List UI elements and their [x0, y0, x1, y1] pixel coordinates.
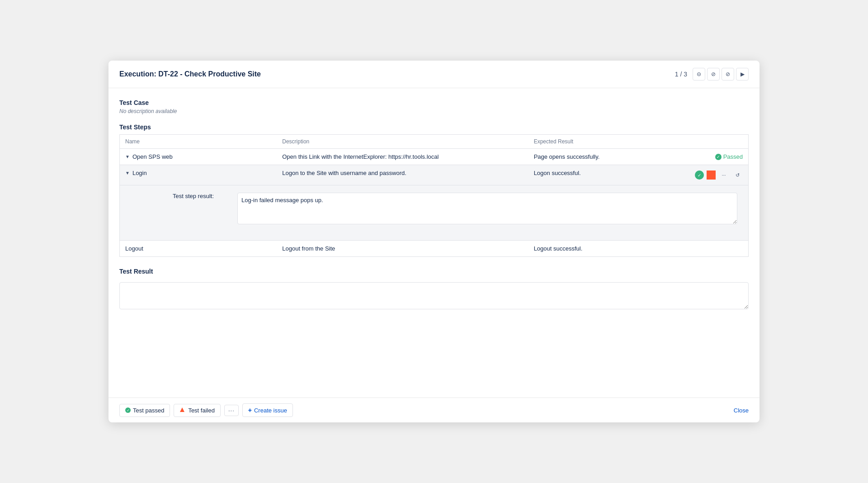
nav-prev-btn[interactable]: ⊝ [693, 68, 705, 80]
col-header-actions [685, 135, 748, 149]
pagination: 1 / 3 [675, 71, 687, 78]
nav-buttons: ⊝ ⊘ ⊘ ▶ [693, 68, 749, 80]
failed-dot-icon [179, 407, 185, 414]
step-actions: ✓ ··· ↺ [685, 165, 748, 185]
modal-title: Execution: DT-22 - Check Productive Site [119, 70, 261, 78]
step-description: Logout from the Site [277, 241, 528, 257]
create-issue-button[interactable]: + Create issue [242, 403, 293, 417]
step-name-cell: Logout [120, 241, 277, 257]
test-passed-label: Test passed [133, 407, 164, 414]
col-header-name: Name [120, 135, 277, 149]
steps-table: Name Description Expected Result ▼ Open … [119, 134, 749, 257]
test-case-title: Test Case [119, 99, 749, 106]
detail-table: Test step result: Log-in failed message … [138, 189, 743, 233]
modal-body: Test Case No description available Test … [108, 88, 760, 398]
fail-step-icon[interactable] [707, 170, 716, 180]
step-name: Login [132, 170, 147, 176]
step-name-cell: ▼ Login [120, 165, 277, 185]
more-options-btn[interactable]: ··· [718, 170, 729, 180]
step-name: Logout [125, 245, 143, 252]
step-result-label: Test step result: [138, 189, 219, 233]
step-name-cell: ▼ Open SPS web [120, 149, 277, 165]
execution-modal: Execution: DT-22 - Check Productive Site… [108, 61, 760, 422]
passed-icon [715, 154, 722, 160]
svg-marker-1 [180, 407, 184, 412]
table-row: ▼ Open SPS web Open this Link with the I… [120, 149, 749, 165]
test-case-section: Test Case No description available [119, 99, 749, 114]
nav-next-btn[interactable]: ▶ [736, 68, 749, 80]
status-passed-badge: Passed [715, 153, 743, 160]
test-case-description: No description available [119, 108, 749, 114]
step-actions [685, 241, 748, 257]
pass-step-btn[interactable]: ✓ [695, 170, 704, 180]
modal-header: Execution: DT-22 - Check Productive Site… [108, 61, 760, 88]
create-issue-label: Create issue [254, 407, 287, 414]
header-right: 1 / 3 ⊝ ⊘ ⊘ ▶ [675, 68, 749, 80]
step-expected: Logout successful. [528, 241, 686, 257]
chevron-down-icon[interactable]: ▼ [125, 170, 130, 175]
step-result-textarea[interactable]: Log-in failed message pops up. [237, 193, 737, 224]
svg-marker-0 [708, 171, 715, 179]
modal-footer: Test passed Test failed ··· + Create iss… [108, 398, 760, 422]
test-failed-label: Test failed [188, 407, 215, 414]
step-description: Open this Link with the InternetExplorer… [277, 149, 528, 165]
test-steps-section: Test Steps Name Description Expected Res… [119, 123, 749, 257]
nav-stop-btn[interactable]: ⊘ [707, 68, 720, 80]
table-row: Logout Logout from the Site Logout succe… [120, 241, 749, 257]
footer-left: Test passed Test failed ··· + Create iss… [119, 403, 293, 417]
test-failed-button[interactable]: Test failed [174, 404, 221, 417]
step-expected: Logon successful. [528, 165, 686, 185]
chevron-down-icon[interactable]: ▼ [125, 154, 130, 159]
test-result-textarea[interactable] [119, 282, 749, 309]
test-steps-title: Test Steps [119, 123, 749, 131]
expanded-detail-cell: Test step result: Log-in failed message … [120, 185, 749, 241]
passed-dot-icon [125, 407, 131, 413]
col-header-description: Description [277, 135, 528, 149]
test-passed-button[interactable]: Test passed [119, 404, 170, 417]
refresh-btn[interactable]: ↺ [732, 170, 743, 180]
col-header-expected: Expected Result [528, 135, 686, 149]
step-actions: Passed [685, 149, 748, 165]
step-name: Open SPS web [132, 153, 173, 160]
plus-icon: + [248, 407, 252, 414]
test-result-section: Test Result [119, 268, 749, 311]
test-result-title: Test Result [119, 268, 749, 275]
more-options-footer-button[interactable]: ··· [224, 405, 239, 416]
table-row: ▼ Login Logon to the Site with username … [120, 165, 749, 185]
step-result-cell: Log-in failed message pops up. [219, 189, 743, 233]
expanded-detail-row: Test step result: Log-in failed message … [120, 185, 749, 241]
close-link[interactable]: Close [734, 407, 749, 414]
step-description: Logon to the Site with username and pass… [277, 165, 528, 185]
nav-skip-btn[interactable]: ⊘ [722, 68, 734, 80]
step-expected: Page opens successfully. [528, 149, 686, 165]
